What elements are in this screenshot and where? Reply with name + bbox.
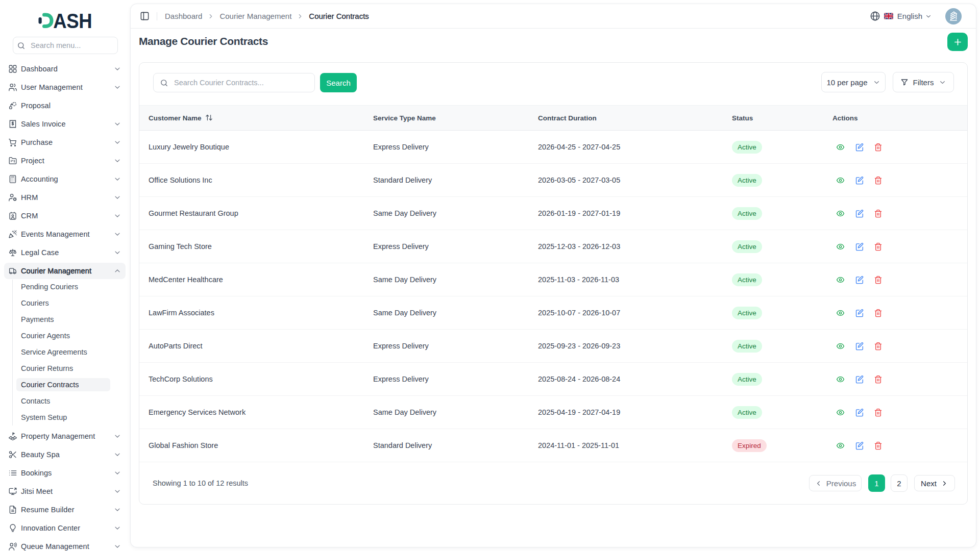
svg-text:ASH: ASH: [53, 10, 92, 31]
